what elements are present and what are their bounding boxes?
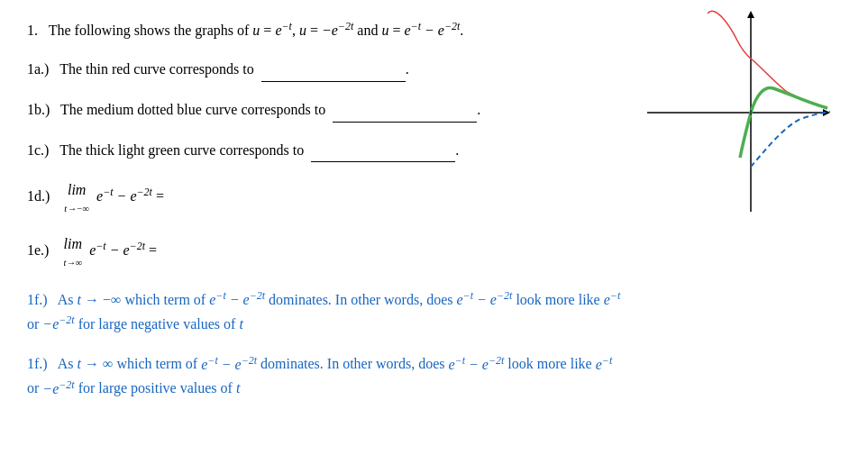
part-1a-blank [261,58,406,82]
part-1c: 1c.) The thick light green curve corresp… [27,139,625,163]
lim-sub: t→−∞ [64,202,89,217]
limit-1d: lim t→−∞ [64,178,89,216]
part-1f1-text: 1f.) As t → −∞ which term of e−t − e−2t … [27,292,620,332]
problem-title: 1. The following shows the graphs of u =… [27,18,625,41]
part-1d-expr: e−t − e−2t [96,188,152,204]
math-u3-val: e−t − e−2t [404,23,460,38]
part-1e-label: 1e.) [27,242,56,258]
part-1c-label: 1c.) The thick light green curve corresp… [27,142,304,158]
math-u2-val: −e−2t [322,23,353,38]
part-1f2-text: 1f.) As t → ∞ which term of e−t − e−2t d… [27,357,612,396]
main-content: 1. The following shows the graphs of u =… [27,18,643,416]
math-u1: e−t [275,23,292,38]
part-1a: 1a.) The thin red curve corresponds to . [27,58,625,82]
part-1b-blank [333,98,477,123]
lim-text: lim [68,178,86,202]
part-1a-label: 1a.) The thin red curve corresponds to [27,61,254,77]
part-1d-label: 1d.) [27,188,57,204]
part-1b-label: 1b.) The medium dotted blue curve corres… [27,102,325,117]
part-1d-eq: = [156,188,164,204]
part-1e-expr: e−t − e−2t [89,242,145,258]
lim-sub-e: t→∞ [63,256,82,271]
math-u2: u [299,23,306,38]
graph-area [643,9,841,416]
limit-1e: lim t→∞ [63,232,82,270]
lim-text-e: lim [64,232,82,256]
math-u3: u [381,23,388,38]
part-1e: 1e.) lim t→∞ e−t − e−2t = [27,232,625,270]
and-text: and [357,23,378,38]
part-1d: 1d.) lim t→−∞ e−t − e−2t = [27,178,625,216]
math-expr: u [252,23,260,38]
part-1f1: 1f.) As t → −∞ which term of e−t − e−2t … [27,287,625,336]
part-1c-blank [311,139,455,163]
part-1f2: 1f.) As t → ∞ which term of e−t − e−2t d… [27,351,625,400]
graph-svg [643,9,832,216]
part-1e-eq: = [149,242,157,258]
svg-marker-2 [747,11,754,18]
part-1b: 1b.) The medium dotted blue curve corres… [27,98,625,123]
